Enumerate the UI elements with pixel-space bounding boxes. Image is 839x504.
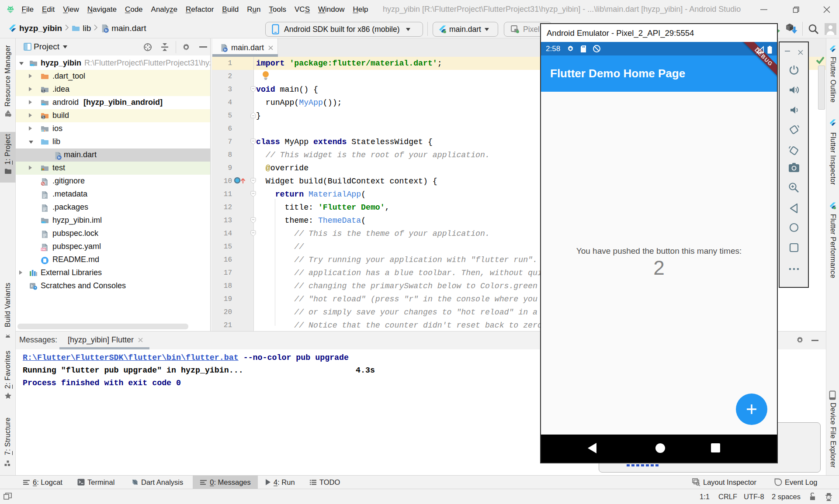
tree-row-readmemd[interactable]: README.md bbox=[16, 253, 210, 266]
toolwindow-toggle[interactable] bbox=[3, 489, 12, 504]
tree-collapse-arrow[interactable] bbox=[29, 87, 32, 91]
stripe-project[interactable]: 1: Project bbox=[0, 134, 16, 165]
tree-collapse-arrow[interactable] bbox=[29, 100, 32, 104]
tab-close-icon[interactable] bbox=[138, 337, 143, 343]
emulator-screen[interactable]: 2:58 Flutter Demo Home Page DEBUG You ha… bbox=[541, 42, 777, 463]
file-encoding[interactable]: UTF-8 bbox=[744, 489, 764, 504]
nav-overview-button[interactable] bbox=[711, 443, 721, 455]
tree-row-build[interactable]: build bbox=[16, 109, 210, 122]
toolwindow-todo[interactable]: TODO bbox=[309, 476, 340, 489]
menu-analyze[interactable]: Analyze bbox=[147, 5, 182, 14]
console-link[interactable]: R:\Flutter\FlutterSDK\flutter\bin\flutte… bbox=[23, 353, 239, 362]
editor-scrollbar-thumb[interactable] bbox=[818, 66, 825, 110]
window-minimize-button[interactable] bbox=[753, 0, 775, 19]
tree-row-lib[interactable]: lib bbox=[16, 135, 210, 148]
stripe-flutter-performance[interactable]: Flutter Performance bbox=[826, 214, 839, 278]
toolwindow-layout-inspector[interactable]: Layout Inspector bbox=[692, 476, 756, 489]
fold-marker[interactable] bbox=[250, 112, 256, 119]
panel-hide-button[interactable] bbox=[199, 46, 207, 48]
emulator-close[interactable] bbox=[797, 49, 804, 57]
tree-collapse-arrow[interactable] bbox=[29, 166, 32, 170]
fold-marker[interactable] bbox=[250, 178, 256, 184]
menu-view[interactable]: View bbox=[59, 5, 83, 14]
tree-row-idea[interactable]: .idea bbox=[16, 83, 210, 96]
menu-tools[interactable]: Tools bbox=[265, 5, 291, 14]
tree-collapse-arrow[interactable] bbox=[29, 113, 32, 117]
locate-button[interactable] bbox=[143, 42, 153, 54]
line-ending[interactable]: CRLF bbox=[718, 489, 737, 504]
inspections-status[interactable] bbox=[815, 56, 825, 66]
emu-volume-down-button[interactable] bbox=[780, 104, 808, 116]
project-panel-title[interactable]: Project bbox=[34, 42, 59, 52]
tree-row-ios[interactable]: ios bbox=[16, 122, 210, 135]
tree-row-maindart[interactable]: main.dart bbox=[16, 148, 210, 162]
tree-collapse-arrow[interactable] bbox=[19, 270, 22, 275]
fold-marker[interactable] bbox=[250, 86, 256, 93]
collapse-all-button[interactable] bbox=[160, 42, 169, 54]
profile-apk-button[interactable] bbox=[786, 23, 794, 33]
toolwindow-logcat[interactable]: 6: Logcat bbox=[23, 476, 62, 489]
tree-row-hyzp_yibiniml[interactable]: hyzp_yibin.iml bbox=[16, 214, 210, 227]
tree-row-root[interactable]: hyzp_yibinR:\FlutterProject\FlutterProje… bbox=[16, 57, 210, 70]
fold-marker[interactable] bbox=[250, 138, 256, 145]
emu-more-button[interactable] bbox=[780, 267, 808, 271]
menu-code[interactable]: Code bbox=[121, 5, 147, 14]
tree-row-pubspeclock[interactable]: pubspec.lock bbox=[16, 227, 210, 240]
stripe-structure[interactable]: 7: Structure bbox=[0, 418, 16, 455]
messages-hide-button[interactable] bbox=[811, 340, 818, 341]
stripe-build-variants[interactable]: Build Variants bbox=[0, 283, 16, 327]
profile-avatar[interactable] bbox=[825, 23, 836, 35]
breadcrumb-project[interactable]: hyzp_yibin bbox=[19, 24, 62, 33]
menu-refactor[interactable]: Refactor bbox=[182, 5, 218, 14]
nav-home-button[interactable] bbox=[655, 442, 666, 456]
tree-collapse-arrow[interactable] bbox=[29, 126, 32, 131]
fab-button[interactable] bbox=[736, 394, 767, 425]
menu-window[interactable]: Window bbox=[314, 5, 349, 14]
intention-bulb[interactable] bbox=[261, 70, 270, 83]
emulator-window[interactable]: Android Emulator - Pixel_2_API_29:5554 2… bbox=[540, 23, 778, 463]
tree-row-packages[interactable]: .packages bbox=[16, 201, 210, 214]
toolwindow-messages[interactable]: 0: Messages bbox=[193, 476, 258, 489]
emu-home-button[interactable] bbox=[780, 222, 808, 233]
tree-row-pubspecyaml[interactable]: YMLpubspec.yaml bbox=[16, 240, 210, 253]
stripe-flutter-outline[interactable]: Flutter Outline bbox=[826, 57, 839, 103]
window-maximize-button[interactable] bbox=[784, 0, 806, 19]
stripe-resource-manager[interactable]: Resource Manager bbox=[0, 46, 16, 107]
menu-vcs[interactable]: VCS bbox=[291, 5, 314, 14]
emu-screenshot-button[interactable] bbox=[780, 162, 808, 173]
fold-marker[interactable] bbox=[250, 230, 256, 237]
run-config-selector[interactable]: main.dart bbox=[433, 22, 498, 37]
emu-back-button[interactable] bbox=[780, 203, 808, 214]
tree-row-dart_tool[interactable]: .dart_tool bbox=[16, 70, 210, 83]
menu-edit[interactable]: Edit bbox=[38, 5, 59, 14]
tree-row-gitignore[interactable]: .gitignore bbox=[16, 175, 210, 188]
window-close-button[interactable] bbox=[816, 0, 838, 19]
indent-setting[interactable]: 2 spaces bbox=[772, 489, 801, 504]
emu-rotate-right-button[interactable] bbox=[780, 145, 808, 157]
emulator-titlebar[interactable]: Android Emulator - Pixel_2_API_29:5554 bbox=[541, 24, 777, 42]
emu-volume-up-button[interactable] bbox=[780, 84, 808, 96]
tree-row-external-libraries[interactable]: External Libraries bbox=[16, 266, 210, 280]
fold-marker[interactable] bbox=[250, 217, 256, 224]
stripe-device-file-explorer[interactable]: Device File Explorer bbox=[826, 403, 839, 468]
nav-back-button[interactable] bbox=[587, 442, 597, 456]
messages-settings-button[interactable] bbox=[795, 335, 804, 346]
tab-close-icon[interactable] bbox=[268, 45, 274, 51]
menu-build[interactable]: Build bbox=[218, 5, 243, 14]
emulator-minimize[interactable] bbox=[785, 51, 790, 52]
project-hscrollbar[interactable] bbox=[17, 324, 188, 329]
emu-power-button[interactable] bbox=[780, 64, 808, 76]
toolwindow-run[interactable]: 4: Run bbox=[265, 476, 295, 489]
menu-navigate[interactable]: Navigate bbox=[83, 5, 121, 14]
toolwindow-terminal[interactable]: Terminal bbox=[77, 476, 114, 489]
emu-zoom-button[interactable] bbox=[780, 182, 808, 193]
project-dropdown-caret[interactable] bbox=[63, 45, 67, 48]
tree-row-test[interactable]: test bbox=[16, 162, 210, 175]
tree-row-metadata[interactable]: .metadata bbox=[16, 188, 210, 201]
stripe-flutter-inspector[interactable]: Flutter Inspector bbox=[826, 132, 839, 185]
tree-expand-arrow[interactable] bbox=[29, 141, 33, 144]
search-everywhere-button[interactable] bbox=[808, 24, 819, 37]
hector-inspector[interactable] bbox=[825, 489, 833, 504]
messages-tab[interactable]: [hyzp_yibin] Flutter bbox=[68, 335, 143, 345]
toolwindow-event-log[interactable]: Event Log bbox=[774, 476, 817, 489]
